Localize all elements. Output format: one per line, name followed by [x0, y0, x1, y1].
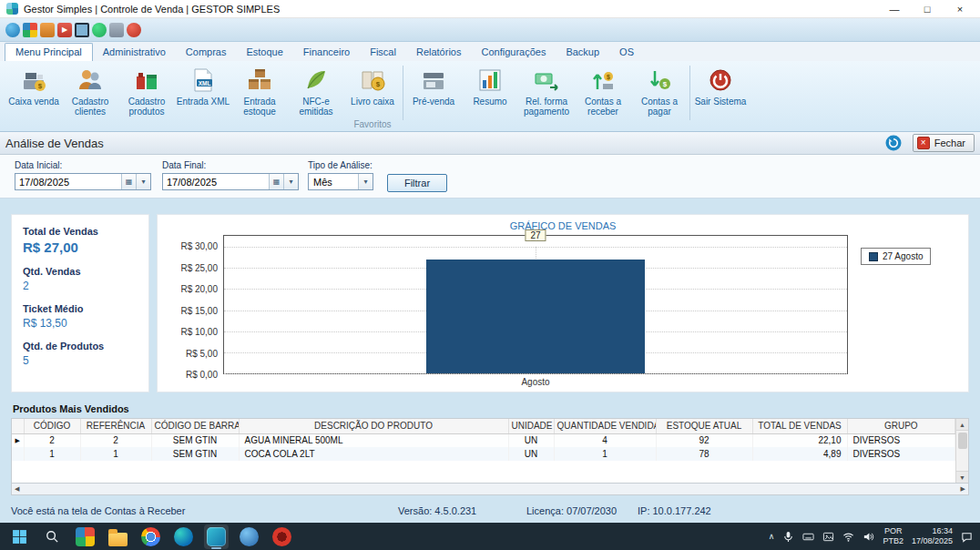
monitor-icon[interactable]	[75, 23, 89, 37]
vertical-scrollbar[interactable]: ▲ ▼	[955, 419, 968, 483]
cell-grupo[interactable]: DIVERSOS	[847, 447, 955, 461]
scroll-right-icon[interactable]: ▶	[961, 485, 965, 493]
column-header[interactable]: GRUPO	[847, 419, 955, 433]
ribbon-item-nfce-emitidas[interactable]: NFC-e emitidas	[288, 61, 344, 131]
calendar-icon[interactable]: ▦	[269, 174, 283, 189]
tab-financeiro[interactable]: Financeiro	[293, 44, 360, 61]
column-header[interactable]: CÓDIGO DE BARRAS	[151, 419, 239, 433]
chart-plot-inner	[224, 247, 847, 373]
start-button[interactable]	[7, 525, 32, 549]
notification-icon[interactable]	[961, 531, 973, 543]
filtrar-button[interactable]: Filtrar	[387, 174, 447, 192]
cell-estoque[interactable]: 92	[656, 433, 752, 447]
cell-quantidade[interactable]: 4	[554, 433, 656, 447]
keyboard-icon[interactable]	[802, 531, 814, 543]
cell-unidade[interactable]: UN	[508, 433, 554, 447]
taskbar-file-explorer[interactable]	[106, 525, 130, 549]
power-icon[interactable]	[127, 23, 141, 37]
ribbon-item-entrada-xml[interactable]: XML Entrada XML	[175, 61, 231, 131]
column-header[interactable]: CÓDIGO	[24, 419, 80, 433]
taskbar-recorder[interactable]	[270, 525, 294, 549]
tab-configuracoes[interactable]: Configurações	[471, 44, 556, 61]
ribbon-item-caixa-venda[interactable]: $ Caixa venda	[5, 61, 62, 131]
taskbar-search[interactable]	[40, 525, 65, 549]
language-indicator[interactable]: POR PTB2	[883, 526, 903, 546]
data-final-input[interactable]	[163, 174, 269, 189]
taskbar-browser[interactable]	[237, 525, 261, 549]
close-button[interactable]: ×	[944, 0, 976, 17]
ribbon-item-cadastro-clientes[interactable]: Cadastro clientes	[62, 61, 118, 131]
tab-backup[interactable]: Backup	[556, 44, 609, 61]
ribbon-item-entrada-estoque[interactable]: Entrada estoque	[231, 61, 288, 131]
volume-icon[interactable]	[863, 531, 874, 543]
column-header[interactable]: ESTOQUE ATUAL	[656, 419, 752, 433]
cart-icon[interactable]	[40, 23, 55, 37]
chevron-up-icon[interactable]: ∧	[769, 532, 775, 541]
cell-referencia[interactable]: 2	[80, 433, 151, 447]
cell-total[interactable]: 4,89	[752, 447, 847, 461]
clock-time: 16:34	[912, 526, 953, 536]
video-icon[interactable]: ▶	[57, 23, 72, 37]
tab-menu-principal[interactable]: Menu Principal	[5, 43, 93, 61]
scroll-down-icon[interactable]: ▼	[956, 471, 968, 483]
column-header[interactable]: TOTAL DE VENDAS	[752, 419, 847, 433]
scrollbar-thumb[interactable]	[958, 433, 967, 449]
cell-codigo[interactable]: 2	[24, 433, 80, 447]
column-header[interactable]: DESCRIÇÃO DO PRODUTO	[239, 419, 508, 433]
cell-total[interactable]: 22,10	[752, 433, 847, 447]
tab-administrativo[interactable]: Administrativo	[93, 44, 176, 61]
globe-icon[interactable]	[5, 23, 20, 37]
taskbar-app-grid[interactable]	[73, 525, 97, 549]
chevron-down-icon[interactable]: ▾	[136, 174, 150, 189]
refresh-icon[interactable]	[885, 135, 902, 151]
scroll-left-icon[interactable]: ◀	[15, 485, 19, 493]
ribbon-item-cadastro-produtos[interactable]: Cadastro produtos	[118, 61, 175, 131]
table-row[interactable]: 1 1 SEM GTIN COCA COLA 2LT UN 1 78 4,89 …	[12, 447, 955, 461]
horizontal-scrollbar[interactable]: ◀ ▶	[11, 484, 969, 495]
cell-unidade[interactable]: UN	[508, 447, 554, 461]
apps-grid-icon[interactable]	[23, 23, 37, 37]
cell-quantidade[interactable]: 1	[554, 447, 656, 461]
cell-grupo[interactable]: DIVERSOS	[847, 433, 955, 447]
minimize-button[interactable]: —	[878, 0, 911, 17]
cell-descricao[interactable]: COCA COLA 2LT	[239, 447, 508, 461]
image-icon[interactable]	[822, 531, 834, 543]
tab-fiscal[interactable]: Fiscal	[360, 44, 406, 61]
tab-estoque[interactable]: Estoque	[236, 44, 292, 61]
taskbar-chrome[interactable]	[138, 525, 163, 549]
chart-y-tick-label: R$ 10,00	[180, 327, 218, 337]
tools-icon[interactable]	[109, 23, 124, 37]
cell-referencia[interactable]: 1	[80, 447, 151, 461]
cell-estoque[interactable]: 78	[656, 447, 752, 461]
ribbon-item-sair-sistema[interactable]: Sair Sistema	[692, 61, 749, 131]
ribbon-item-contas-a-pagar[interactable]: $ Contas a pagar	[631, 61, 688, 131]
chevron-down-icon[interactable]: ▾	[283, 174, 298, 189]
tab-relatorios[interactable]: Relatórios	[406, 44, 472, 61]
data-inicial-input[interactable]	[15, 174, 121, 189]
taskbar-clock[interactable]: 16:34 17/08/2025	[912, 526, 953, 546]
column-header[interactable]: QUANTIDADE VENDIDA	[554, 419, 656, 433]
column-header[interactable]: REFERÊNCIA	[80, 419, 151, 433]
tab-compras[interactable]: Compras	[176, 44, 237, 61]
taskbar-gestor-app[interactable]	[204, 525, 229, 549]
tipo-analise-select[interactable]: Mês ▾	[308, 173, 373, 190]
cell-descricao[interactable]: AGUA MINERAL 500ML	[239, 433, 508, 447]
column-header[interactable]: UNIDADE	[508, 419, 554, 433]
ribbon-item-pre-venda[interactable]: Pré-venda	[405, 61, 462, 131]
fechar-button[interactable]: × Fechar	[913, 134, 975, 152]
calendar-icon[interactable]: ▦	[121, 174, 136, 189]
tab-os[interactable]: OS	[609, 44, 644, 61]
wifi-icon[interactable]	[842, 531, 854, 543]
maximize-button[interactable]: □	[911, 0, 944, 17]
taskbar-edge[interactable]	[171, 525, 196, 549]
cell-codigo-barras[interactable]: SEM GTIN	[151, 447, 239, 461]
mic-icon[interactable]	[782, 531, 794, 543]
cell-codigo[interactable]: 1	[24, 447, 80, 461]
ribbon-item-resumo[interactable]: Resumo	[462, 61, 518, 131]
scroll-up-icon[interactable]: ▲	[956, 419, 968, 431]
cell-codigo-barras[interactable]: SEM GTIN	[151, 433, 239, 447]
ribbon-item-contas-a-receber[interactable]: $ Contas a receber	[575, 61, 631, 131]
whatsapp-icon[interactable]	[92, 23, 107, 37]
table-row[interactable]: ▶ 2 2 SEM GTIN AGUA MINERAL 500ML UN 4 9…	[12, 433, 955, 447]
ribbon-item-rel-forma-pagamento[interactable]: Rel. forma pagamento	[518, 61, 575, 131]
